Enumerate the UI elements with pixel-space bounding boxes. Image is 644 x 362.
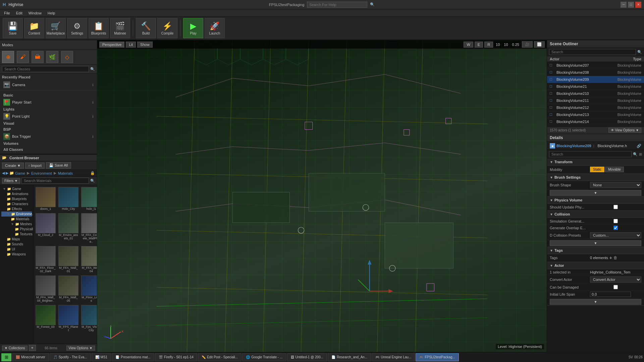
asset-fps-planet[interactable]: M_FPS_Planet [58, 304, 79, 333]
asset-holo-l1[interactable]: holo_l1 [80, 186, 97, 211]
toolbar-save-button[interactable]: 💾 Save [3, 18, 23, 38]
asset-doors-1[interactable]: doors_1 [35, 186, 56, 211]
actor-row-21[interactable]: □ BlockingVolume21 BlockingVolume [547, 83, 644, 90]
placed-item-camera[interactable]: 📷 Camera ℹ [2, 80, 95, 89]
category-all-classes[interactable]: All Classes [2, 146, 95, 153]
path-forward-icon[interactable]: ▶ [6, 171, 8, 175]
asset-menviro[interactable]: M_Enviro_assets_01 [58, 213, 79, 244]
toolbar-matinee-button[interactable]: 🎬 Matinee [110, 18, 130, 38]
toolbar-marketplace-button[interactable]: 🛒 Marketplace [46, 18, 66, 38]
collision-expand-button[interactable]: ▼ [550, 240, 641, 246]
toolbar-play-button[interactable]: ▶ Play [183, 18, 203, 38]
static-button[interactable]: Static [590, 167, 604, 172]
menu-edit[interactable]: Edit [13, 10, 25, 16]
scene-outliner-search-input[interactable] [549, 49, 636, 55]
filters-button[interactable]: Filters ▼ [2, 178, 20, 184]
details-search-input[interactable] [549, 151, 632, 157]
actor-row-214[interactable]: □ BlockingVolume214 BlockingVolume [547, 118, 644, 125]
convert-actor-select[interactable]: Convert Actor [590, 277, 641, 283]
sim-gen-checkbox[interactable] [590, 219, 641, 223]
physics-volume-header[interactable]: ▼ Physics Volume [547, 197, 644, 204]
search-materials-input[interactable] [21, 178, 89, 184]
taskbar-unreal-engine[interactable]: 🎮 Unreal Engine Lau... [372, 353, 415, 361]
maximize-button[interactable]: □ [628, 2, 634, 8]
tree-meshes[interactable]: ▼📁Meshes [1, 222, 32, 227]
category-lights[interactable]: Lights [2, 106, 95, 112]
asset-floor-lights[interactable]: M_Floor_Lights [80, 275, 97, 303]
help-search-input[interactable] [307, 2, 367, 8]
actor-row-209[interactable]: □ BlockingVolume209 BlockingVolume [547, 76, 644, 83]
placed-item-player-start[interactable]: 🚩 Player Start ℹ [2, 98, 95, 106]
actor-header[interactable]: ▼ Actor [547, 262, 644, 269]
movable-button[interactable]: Movable [605, 167, 624, 172]
placement-mode-button[interactable]: ⊕ [2, 51, 14, 63]
tree-characters[interactable]: 📁Characters [1, 201, 32, 206]
brush-expand-button[interactable]: ▼ [550, 190, 641, 196]
menu-help[interactable]: Help [45, 10, 58, 16]
toolbar-launch-button[interactable]: 🚀 Launch [205, 18, 225, 38]
taskbar-edit-post[interactable]: ✏️ Edit Post - Speciali... [198, 353, 241, 361]
toolbar-settings-button[interactable]: ⚙ Settings [67, 18, 87, 38]
actor-expand-button[interactable]: ▼ [550, 299, 641, 305]
should-update-checkbox[interactable] [590, 205, 641, 209]
del-tag-button[interactable]: 🗑 [613, 255, 618, 260]
taskbar-research[interactable]: 📄 Research_and_An... [328, 353, 371, 361]
foliage-mode-button[interactable]: 🌿 [46, 51, 58, 63]
path-lock-icon[interactable]: 🔒 [90, 171, 95, 175]
minimize-button[interactable]: ─ [621, 2, 627, 8]
actor-row-211[interactable]: □ BlockingVolume211 BlockingVolume [547, 97, 644, 104]
actor-row-212[interactable]: □ BlockingVolume212 BlockingVolume [547, 104, 644, 111]
toolbar-blueprints-button[interactable]: 📋 Blueprints [89, 18, 109, 38]
lit-button[interactable]: Lit [126, 42, 136, 48]
placed-item-point-light[interactable]: 💡 Point Light ℹ [2, 112, 95, 120]
tree-materials[interactable]: 📁Materials [1, 217, 32, 222]
geometry-mode-button[interactable]: ◇ [61, 51, 73, 63]
tree-environment[interactable]: ▼📁Environme.. [1, 212, 32, 217]
asset-concrete[interactable]: M_FFA_Concrete_WallPlate.. [80, 213, 97, 244]
close-button[interactable]: ✕ [635, 2, 641, 8]
taskbar-minecraft[interactable]: 🟫 Minecraft server [12, 353, 49, 361]
tree-maps[interactable]: 📁Maps [1, 237, 32, 242]
placed-item-box-trigger[interactable]: 📦 Box Trigger ℹ [2, 132, 95, 140]
tree-ui[interactable]: 📁UI [1, 247, 32, 252]
collision-header[interactable]: ▼ Collision [547, 211, 644, 218]
asset-holo-city[interactable]: Holo_City [58, 186, 79, 211]
tree-textures[interactable]: 📁Textures [1, 232, 32, 237]
collections-button[interactable]: ▼ Collections [2, 346, 28, 351]
category-visual[interactable]: Visual [2, 120, 95, 126]
asset-wall01[interactable]: M_FFA_Wall_01 [58, 245, 79, 274]
add-tag-button[interactable]: + [609, 255, 612, 260]
category-volumes[interactable]: Volumes [2, 140, 95, 146]
view-options-button[interactable]: View Options ▼ [66, 346, 95, 351]
collision-presets-select[interactable]: Custom... [590, 232, 641, 238]
perspective-button[interactable]: Perspective [99, 42, 124, 48]
category-basic[interactable]: Basic [2, 92, 95, 98]
menu-window[interactable]: Window [26, 10, 44, 16]
asset-wall04-brighter2[interactable]: M_FFA_Wall_04_Brighter.. [35, 275, 56, 303]
gen-overlap-checkbox[interactable] [590, 226, 641, 230]
asset-floor02-dark[interactable]: M_FFA_Floor_02_Dark [35, 245, 56, 274]
start-button[interactable]: ⊞ [1, 353, 11, 361]
tree-effects[interactable]: 📁Effects [1, 206, 32, 212]
landscape-mode-button[interactable]: 🏔 [32, 51, 44, 63]
tree-blueprints[interactable]: 📁Blueprints [1, 196, 32, 201]
taskbar-fps-test[interactable]: 🎮 FPSLl2testPackag... [416, 353, 459, 361]
menu-file[interactable]: File [1, 10, 13, 16]
path-game[interactable]: Game [15, 171, 25, 175]
toolbar-compile-button[interactable]: ⚡ Compile [157, 18, 177, 38]
actor-row-208[interactable]: □ BlockingVolume208 BlockingVolume [547, 69, 644, 76]
toolbar-build-button[interactable]: 🔨 Build [136, 18, 156, 38]
taskbar-ms1[interactable]: 📊 MS1 [92, 353, 111, 361]
path-materials[interactable]: Materials [58, 171, 73, 175]
import-button[interactable]: ↑ Import [25, 163, 45, 169]
tree-physically[interactable]: 📁Physicall.. [1, 227, 32, 232]
taskbar-firefly[interactable]: 🎬 Firefly - S01 ep1-14 [155, 353, 197, 361]
taskbar-google-translate[interactable]: 🌐 Google Translate - ... [242, 353, 286, 361]
object-name[interactable]: BlockingVolume209 [556, 144, 591, 148]
vp-translate-button[interactable]: W [464, 42, 473, 48]
toolbar-content-button[interactable]: 📁 Content [24, 18, 44, 38]
camera-speed-button[interactable]: 🎥 [522, 41, 533, 48]
path-back-icon[interactable]: ◀ [2, 171, 5, 175]
taskbar-presentations[interactable]: 📑 Presentations mat... [112, 353, 154, 361]
add-collection-button[interactable]: + [29, 345, 36, 351]
